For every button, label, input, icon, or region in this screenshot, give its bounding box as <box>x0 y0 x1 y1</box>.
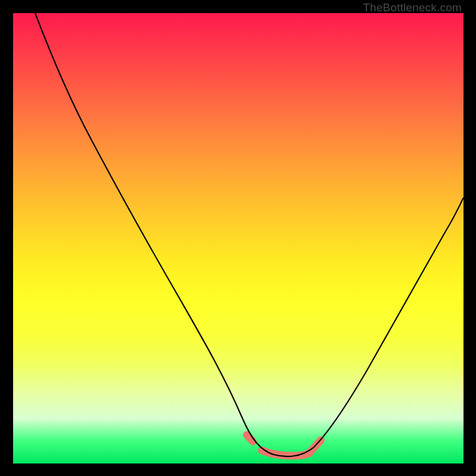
curve-svg <box>13 13 464 464</box>
watermark-text: TheBottleneck.com <box>363 1 462 14</box>
plot-gradient-area <box>13 13 464 464</box>
chart-container: TheBottleneck.com <box>0 0 476 476</box>
bottleneck-curve <box>35 13 464 456</box>
